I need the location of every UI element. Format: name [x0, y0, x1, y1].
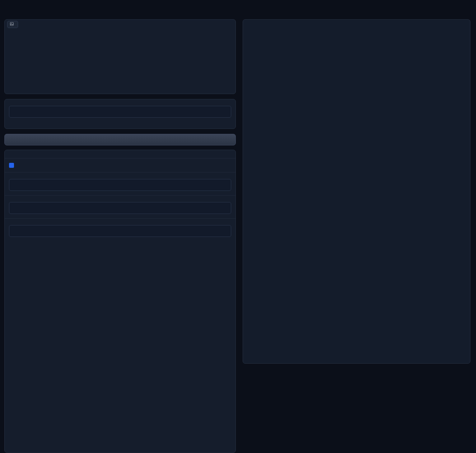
image-panel-label	[7, 21, 18, 28]
uploaded-image[interactable]	[92, 20, 148, 94]
run-button[interactable]	[4, 134, 236, 145]
eta-row	[5, 172, 236, 195]
app-window	[0, 0, 476, 453]
prompt-input[interactable]	[9, 106, 231, 118]
added-prompt-input[interactable]	[9, 202, 231, 214]
prompt-panel	[4, 99, 236, 129]
result-gallery	[243, 19, 470, 364]
advanced-options-panel	[4, 150, 236, 453]
gallery-grid	[245, 22, 468, 361]
negative-prompt-input[interactable]	[9, 225, 231, 237]
eta-input[interactable]	[9, 179, 231, 191]
negative-prompt-row	[5, 218, 236, 241]
guess-mode-checkbox[interactable]	[9, 163, 14, 168]
advanced-options-header[interactable]	[5, 150, 236, 158]
input-image-panel	[4, 19, 236, 94]
image-icon	[10, 22, 14, 27]
added-prompt-row	[5, 195, 236, 218]
guess-mode-row	[5, 158, 236, 172]
